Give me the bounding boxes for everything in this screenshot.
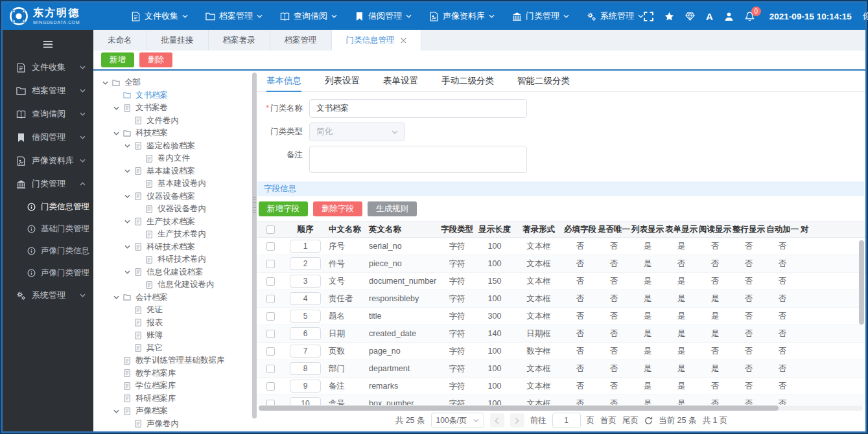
tree-node-12[interactable]: 生产技术档案 [102, 216, 251, 229]
tree-node-5[interactable]: 科技档案 [102, 127, 251, 140]
table-row[interactable]: 文号document_number字符150文本框否否是是否否否 [257, 273, 865, 290]
sidebar-item-3[interactable]: 查询借阅 [3, 102, 93, 126]
first-page-link[interactable]: 首页 [600, 415, 616, 426]
tree-node-9[interactable]: 基本建设卷内 [102, 177, 251, 190]
row-checkbox[interactable] [266, 295, 275, 303]
sidebar-subitem-3[interactable]: 声像门类信息 [3, 240, 93, 262]
add-button[interactable]: 新增 [101, 52, 134, 67]
detail-tab-3[interactable]: 表单设置 [383, 71, 418, 91]
tree-node-26[interactable]: 科研档案库 [102, 393, 251, 405]
panel-splitter[interactable] [251, 71, 257, 431]
top-nav-item-4[interactable]: 借阅管理 [355, 10, 412, 22]
table-row[interactable]: 盒号box_number字符100文本框否否是是否否否 [257, 395, 865, 405]
row-checkbox[interactable] [266, 330, 275, 338]
tree-node-14[interactable]: 科研技术档案 [102, 241, 251, 254]
sidebar-collapse-button[interactable] [3, 32, 93, 56]
fullscreen-icon[interactable] [644, 12, 653, 21]
sidebar-item-7[interactable]: 系统管理 [3, 284, 93, 307]
tree-node-3[interactable]: 文书案卷 [102, 102, 251, 115]
category-type-select[interactable]: 简化 [309, 122, 405, 141]
sidebar-item-5[interactable]: 声像资料库 [3, 149, 93, 172]
tree-node-24[interactable]: 教学档案库 [102, 367, 251, 380]
row-checkbox[interactable] [266, 242, 275, 251]
splitter-scrollbar-thumb[interactable] [252, 73, 257, 418]
add-field-button[interactable]: 新增字段 [259, 201, 308, 216]
sidebar-subitem-2[interactable]: 基础门类管理 [3, 218, 93, 240]
row-checkbox[interactable] [266, 365, 275, 373]
row-checkbox[interactable] [266, 400, 275, 405]
tree-node-15[interactable]: 科研技术卷内 [102, 253, 251, 266]
prev-page-button[interactable] [490, 413, 504, 428]
table-vertical-scrollbar[interactable] [859, 240, 864, 402]
table-row[interactable]: 备注remarks字符100文本框否否是是否否否 [257, 378, 865, 395]
vertical-scrollbar-thumb[interactable] [859, 240, 864, 325]
tree-node-4[interactable]: 文件卷内 [102, 115, 251, 128]
top-nav-item-6[interactable]: 门类管理 [512, 10, 569, 22]
table-row[interactable]: 责任者responsibleby字符100文本框否否是是是否否 [257, 290, 865, 308]
order-input[interactable] [290, 362, 321, 375]
table-row[interactable]: 日期created_date字符140日期框否否是是是否否 [257, 325, 865, 343]
order-input[interactable] [290, 327, 321, 340]
tree-node-28[interactable]: 声像卷内 [102, 418, 251, 431]
order-input[interactable] [290, 257, 321, 270]
top-nav-item-3[interactable]: 查询借阅 [280, 10, 337, 22]
refresh-icon[interactable] [644, 417, 653, 425]
row-checkbox[interactable] [266, 382, 275, 391]
order-input[interactable] [290, 275, 321, 288]
tree-node-27[interactable]: 声像档案 [102, 405, 251, 418]
last-page-link[interactable]: 尾页 [622, 415, 639, 426]
goto-page-input[interactable] [552, 413, 581, 428]
tree-node-7[interactable]: 卷内文件 [102, 152, 251, 165]
delete-field-button[interactable]: 删除字段 [313, 201, 362, 216]
top-nav-item-5[interactable]: 声像资料库 [429, 10, 495, 22]
tree-node-19[interactable]: 凭证 [102, 304, 251, 317]
workspace-tab-5[interactable]: 门类信息管理 [332, 30, 421, 51]
user-icon[interactable] [724, 12, 734, 21]
top-nav-item-7[interactable]: 系统管理 [587, 10, 644, 22]
delete-button[interactable]: 删除 [139, 52, 172, 67]
top-nav-item-1[interactable]: 文件收集 [131, 10, 188, 22]
workspace-tab-2[interactable]: 批量挂接 [147, 30, 209, 51]
order-input[interactable] [290, 397, 321, 405]
order-input[interactable] [290, 380, 321, 393]
order-input[interactable] [290, 292, 321, 305]
table-row[interactable]: 部门department字符100文本框否否是是是否否 [257, 360, 865, 378]
tree-node-2[interactable]: 文书档案 [102, 89, 251, 102]
sidebar-item-6[interactable]: 门类管理 [3, 172, 93, 196]
page-size-select[interactable]: 100条/页 [431, 413, 484, 428]
order-input[interactable] [290, 240, 321, 253]
favorite-star-icon[interactable] [664, 12, 674, 21]
next-page-button[interactable] [510, 413, 524, 428]
table-horizontal-scrollbar[interactable] [259, 405, 863, 411]
sidebar-subitem-4[interactable]: 声像门类管理 [3, 262, 93, 284]
order-input[interactable] [290, 310, 321, 323]
detail-tab-2[interactable]: 列表设置 [325, 71, 360, 91]
table-row[interactable]: 页数page_no字符100数字框否否是是否否否 [257, 343, 865, 360]
tree-node-6[interactable]: 鉴定检验档案 [102, 140, 251, 153]
sidebar-subitem-1[interactable]: 门类信息管理 [3, 196, 93, 218]
tree-node-17[interactable]: 信息化建设卷内 [102, 279, 251, 291]
sidebar-item-2[interactable]: 档案管理 [3, 79, 93, 102]
tree-node-8[interactable]: 基本建设档案 [102, 165, 251, 178]
detail-tab-4[interactable]: 手动二级分类 [441, 71, 494, 91]
tree-node-16[interactable]: 信息化建设档案 [102, 266, 251, 279]
top-nav-item-2[interactable]: 档案管理 [205, 10, 263, 22]
notifications-bell-icon[interactable]: 0 [745, 12, 755, 21]
table-row[interactable]: 件号piece_no字符100文本框否否是否否否否 [257, 255, 865, 273]
workspace-tab-4[interactable]: 档案管理 [270, 30, 332, 51]
generate-rule-button[interactable]: 生成规则 [368, 201, 417, 216]
tree-node-22[interactable]: 其它 [102, 342, 251, 355]
table-row[interactable]: 序号serial_no字符100文本框否否是是否否否 [257, 238, 865, 255]
category-name-input[interactable] [309, 99, 527, 118]
detail-tab-5[interactable]: 智能二级分类 [517, 71, 570, 91]
tree-node-10[interactable]: 仪器设备档案 [102, 190, 251, 203]
row-checkbox[interactable] [266, 347, 275, 356]
tree-node-21[interactable]: 账簿 [102, 329, 251, 342]
security-gem-icon[interactable] [685, 12, 695, 21]
row-checkbox[interactable] [266, 277, 275, 286]
workspace-tab-3[interactable]: 档案著录 [209, 30, 270, 51]
sidebar-item-1[interactable]: 文件收集 [3, 56, 93, 79]
table-row[interactable]: 题名title字符300文本框否否是是是否否 [257, 308, 865, 325]
remark-textarea[interactable] [309, 146, 527, 173]
font-size-icon[interactable]: A [706, 12, 713, 21]
